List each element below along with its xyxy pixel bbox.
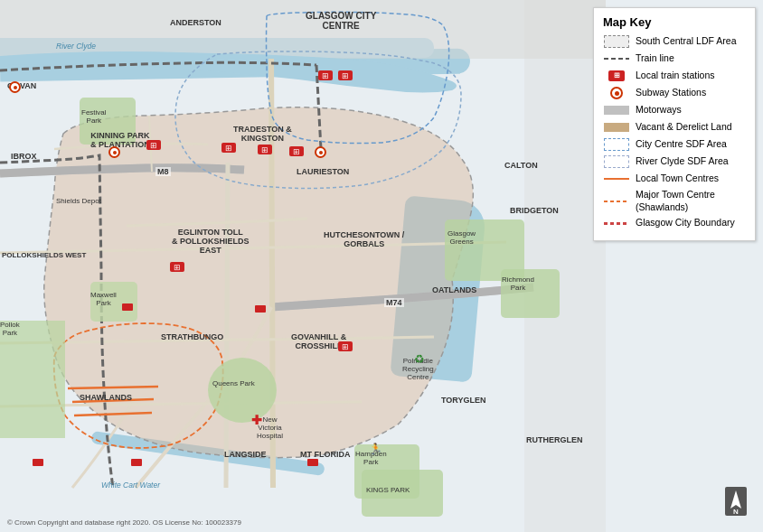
map-svg xyxy=(0,0,606,532)
subway-ibrox xyxy=(108,146,120,158)
legend-sym-local-town xyxy=(603,172,630,186)
station-glasgow-central-2 xyxy=(338,70,353,80)
station-kinning-park xyxy=(146,140,161,150)
svg-rect-9 xyxy=(362,470,443,517)
marker-queens-park-stn xyxy=(255,305,266,313)
legend-sym-boundary xyxy=(603,216,630,230)
legend-item-subway: Subway Stations xyxy=(603,86,746,100)
legend-title: Map Key xyxy=(603,15,746,29)
legend-sym-subway xyxy=(603,86,630,100)
legend-sym-vacant xyxy=(603,120,630,135)
legend-label-subway: Subway Stations xyxy=(636,87,706,99)
svg-rect-4 xyxy=(0,321,65,438)
subway-inner xyxy=(615,91,619,96)
subway-symbol xyxy=(610,87,623,99)
legend-item-train-line: Train line xyxy=(603,51,746,66)
river-sdf-symbol xyxy=(604,155,629,168)
legend-sym-motorways xyxy=(603,103,630,117)
legend-sym-major-town xyxy=(603,194,630,209)
local-town-symbol xyxy=(604,178,629,180)
legend-sym-city-sdf xyxy=(603,137,630,152)
vacant-symbol xyxy=(604,123,629,132)
station-glasgow-central xyxy=(318,70,333,80)
svg-rect-2 xyxy=(80,98,136,145)
local-train-symbol: ⊞ xyxy=(608,70,625,81)
marker-langside-stn xyxy=(131,459,142,466)
legend-label-boundary: Glasgow City Boundary xyxy=(636,217,735,229)
legend-label-ldf: South Central LDF Area xyxy=(636,35,736,48)
train-line-symbol xyxy=(604,58,629,60)
svg-text:N: N xyxy=(733,508,739,516)
svg-rect-5 xyxy=(90,282,137,322)
legend-item-boundary: Glasgow City Boundary xyxy=(603,216,746,230)
legend-item-local-town: Local Town Centres xyxy=(603,172,746,186)
legend-sym-river-sdf xyxy=(603,154,630,169)
city-sdf-symbol xyxy=(604,138,629,151)
legend-label-local-train: Local train stations xyxy=(636,70,715,82)
station-laurieston xyxy=(258,145,272,154)
legend-label-vacant: Vacant & Derelict Land xyxy=(636,121,732,134)
map-legend: Map Key South Central LDF Area Train lin… xyxy=(593,7,756,241)
legend-item-vacant: Vacant & Derelict Land xyxy=(603,120,746,135)
marker-shawlands xyxy=(33,459,43,466)
station-pollokshields xyxy=(170,262,184,272)
marker-langside xyxy=(122,303,133,311)
legend-label-motorways: Motorways xyxy=(636,104,682,117)
ldf-symbol xyxy=(604,35,629,48)
legend-item-major-town: Major Town Centre(Shawlands) xyxy=(603,189,746,213)
legend-label-major-town: Major Town Centre(Shawlands) xyxy=(636,189,715,213)
legend-label-city-sdf: City Centre SDF Area xyxy=(636,138,727,151)
legend-item-local-train: ⊞ Local train stations xyxy=(603,69,746,83)
boundary-symbol xyxy=(604,222,629,225)
legend-label-train-line: Train line xyxy=(636,52,674,65)
legend-label-river-sdf: River Clyde SDF Area xyxy=(636,155,729,168)
run-icon: 🏃 xyxy=(369,443,382,455)
svg-rect-7 xyxy=(501,269,560,318)
marker-mt-florida xyxy=(307,459,318,466)
copyright-text: © Crown Copyright and database right 202… xyxy=(7,518,241,527)
legend-label-local-town: Local Town Centres xyxy=(636,173,719,185)
map-container: ANDERSTON GLASGOW CITYCENTRE GOVAN IBROX… xyxy=(0,0,763,532)
station-tradeston xyxy=(221,143,236,153)
subway-govan xyxy=(9,81,21,93)
legend-sym-local-train: ⊞ xyxy=(603,69,630,83)
major-town-symbol xyxy=(604,194,629,209)
station-crosshill xyxy=(338,341,353,351)
legend-item-motorways: Motorways xyxy=(603,103,746,117)
legend-item-ldf: South Central LDF Area xyxy=(603,34,746,49)
svg-rect-0 xyxy=(0,0,606,59)
hospital-cross-icon: ✚ xyxy=(251,414,262,425)
station-bridge-st xyxy=(289,146,304,156)
north-arrow: N xyxy=(725,487,747,516)
svg-point-6 xyxy=(208,358,277,423)
subway-shields-rd xyxy=(315,146,326,158)
motorway-symbol xyxy=(604,106,629,115)
recycle-icon: ♻ xyxy=(414,352,425,366)
legend-item-river-sdf: River Clyde SDF Area xyxy=(603,154,746,169)
legend-sym-train-line xyxy=(603,51,630,66)
legend-item-city-sdf: City Centre SDF Area xyxy=(603,137,746,152)
legend-sym-ldf xyxy=(603,34,630,49)
